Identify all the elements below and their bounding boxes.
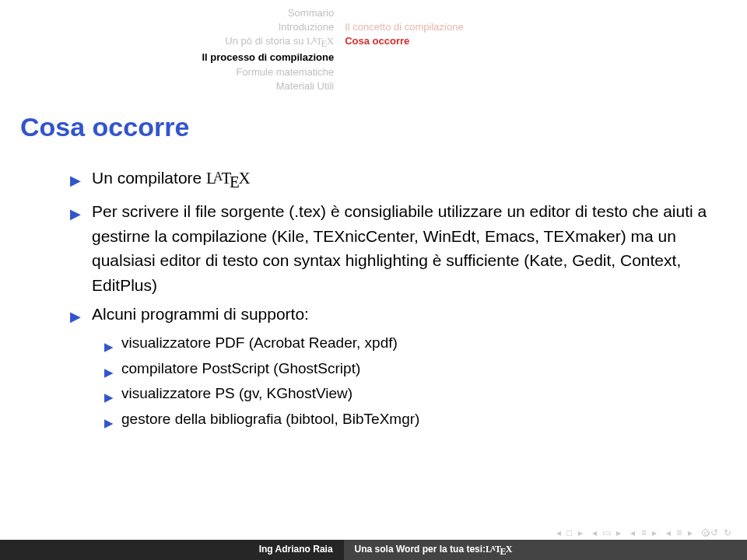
sub-bullet-text: gestore della bibliografia (bibtool, Bib…	[121, 408, 419, 431]
nav-back-forward-icon[interactable]: ↺ ↻	[702, 527, 733, 538]
outline-item[interactable]: Formule matematiche	[16, 65, 334, 79]
outline-sections: Sommario Introduzione Un pò di storia su…	[16, 6, 345, 93]
sub-bullet-text: compilatore PostScript (GhostScript)	[121, 358, 360, 380]
beamer-nav-symbols[interactable]: ◂ □ ▸ ◂ ▭ ▸ ◂ ≡ ▸ ◂ ≡ ▸ ↺ ↻	[556, 527, 733, 538]
bullet-item: ▶ Alcuni programmi di supporto:	[70, 302, 708, 327]
outline-item[interactable]: Un pò di storia su LATEX	[16, 34, 334, 51]
sub-bullet-list: ▶ visualizzatore PDF (Acrobat Reader, xp…	[104, 332, 708, 432]
nav-frame-icon[interactable]: ◂ ▭ ▸	[592, 527, 623, 538]
outline-subitem[interactable]: Il concetto di compilazione	[345, 20, 731, 34]
bullet-marker-icon: ▶	[70, 170, 81, 191]
bullet-marker-icon: ▶	[104, 338, 114, 356]
outline-item[interactable]: Materiali Utili	[16, 79, 334, 93]
sub-bullet-item: ▶ gestore della bibliografia (bibtool, B…	[104, 408, 708, 432]
slide-footer: Ing Adriano Raia Una sola Word per la tu…	[0, 540, 747, 560]
outline-item[interactable]: Introduzione	[16, 20, 334, 34]
bullet-item: ▶ Un compilatore LATEX	[70, 166, 708, 194]
footer-author: Ing Adriano Raia	[0, 540, 344, 560]
bullet-text: Alcuni programmi di supporto:	[92, 302, 309, 327]
nav-section-icon[interactable]: ◂ ≡ ▸	[630, 527, 658, 538]
nav-subsection-icon[interactable]: ◂ ≡ ▸	[666, 527, 694, 538]
outline-item-active[interactable]: Il processo di compilazione	[16, 51, 334, 65]
sub-bullet-text: visualizzatore PDF (Acrobat Reader, xpdf…	[121, 332, 398, 355]
sub-bullet-item: ▶ visualizzatore PS (gv, KGhostView)	[104, 383, 708, 407]
bullet-text: Un compilatore LATEX	[92, 166, 251, 194]
footer-title: Una sola Word per la tua tesi:LATEX	[344, 540, 747, 560]
bullet-marker-icon: ▶	[70, 306, 81, 327]
bullet-item: ▶ Per scrivere il file sorgente (.tex) è…	[70, 199, 708, 297]
bullet-marker-icon: ▶	[104, 415, 114, 432]
outline-subitem-active[interactable]: Cosa occorre	[345, 34, 731, 48]
sub-bullet-text: visualizzatore PS (gv, KGhostView)	[121, 383, 352, 405]
slide-header: Sommario Introduzione Un pò di storia su…	[0, 0, 747, 96]
bullet-text: Per scrivere il file sorgente (.tex) è c…	[92, 199, 708, 297]
nav-slide-icon[interactable]: ◂ □ ▸	[556, 527, 584, 538]
outline-item[interactable]: Sommario	[16, 6, 334, 20]
slide-body: ▶ Un compilatore LATEX ▶ Per scrivere il…	[0, 166, 747, 432]
slide-title: Cosa occorre	[0, 96, 747, 166]
sub-bullet-item: ▶ compilatore PostScript (GhostScript)	[104, 358, 708, 382]
sub-bullet-item: ▶ visualizzatore PDF (Acrobat Reader, xp…	[104, 332, 708, 356]
outline-subsections: Il concetto di compilazione Cosa occorre	[345, 6, 731, 93]
bullet-marker-icon: ▶	[104, 364, 114, 382]
bullet-marker-icon: ▶	[70, 204, 81, 225]
bullet-marker-icon: ▶	[104, 389, 114, 407]
